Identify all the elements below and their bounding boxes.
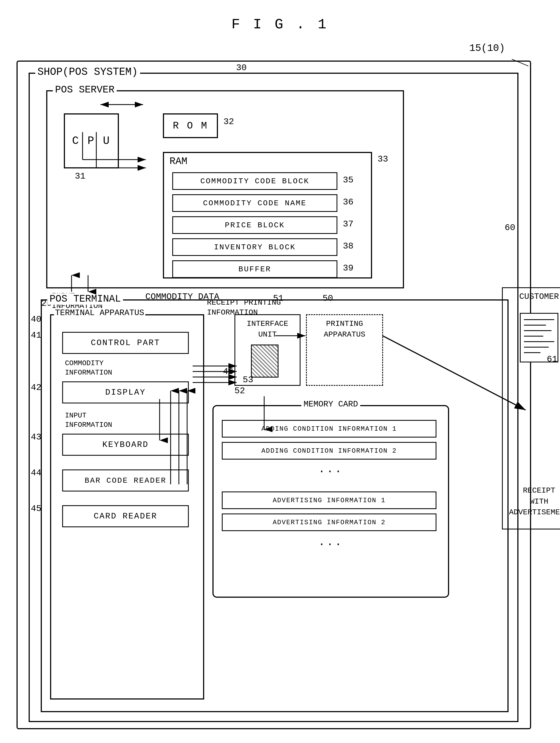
- ref-46: 46: [223, 366, 233, 377]
- rom-box: R O M: [163, 114, 218, 138]
- ref-33: 33: [378, 154, 388, 164]
- ref-32: 32: [223, 117, 234, 127]
- ref-44: 44: [31, 468, 41, 478]
- pos-server-box: POS SERVER C P U 31 R O M 32 RAM COMM: [46, 90, 404, 289]
- ref-42: 42: [31, 383, 41, 393]
- input-info-label-2: INPUT INFORMATION: [65, 411, 112, 430]
- outer-boundary-box: SHOP(POS SYSTEM) 30 POS SERVER C P U 31 …: [16, 60, 531, 729]
- ref-61: 61: [547, 354, 557, 364]
- ref-41: 41: [31, 330, 41, 340]
- pos-terminal-label: POS TERMINAL: [47, 293, 123, 305]
- control-part-box: CONTROL PART: [62, 332, 189, 354]
- keyboard-box: KEYBOARD: [62, 434, 189, 456]
- commodity-info-label: COMMODITY INFORMATION: [65, 359, 112, 378]
- ref-37: 37: [343, 219, 353, 229]
- receipt-with-ad-label: RECEIPT WITH ADVERTISEMENT: [509, 485, 560, 518]
- shop-pos-system-box: SHOP(POS SYSTEM) 30 POS SERVER C P U 31 …: [29, 73, 518, 722]
- price-block-box: PRICE BLOCK: [172, 216, 337, 234]
- ref-38: 38: [343, 241, 353, 251]
- inventory-block-box: INVENTORY BLOCK: [172, 238, 337, 256]
- ref-45: 45: [31, 504, 41, 514]
- buffer-box: BUFFER: [172, 260, 337, 278]
- ref-31: 31: [75, 171, 85, 181]
- ref-40: 40: [31, 314, 41, 324]
- printing-apparatus-box: PRINTING APPARATUS: [306, 314, 383, 386]
- printing-apparatus-label: PRINTING APPARATUS: [324, 318, 365, 340]
- adding-condition-1-box: ADDING CONDITION INFORMATION 1: [222, 420, 436, 438]
- ram-label: RAM: [170, 156, 187, 167]
- ref-39: 39: [343, 263, 353, 273]
- advertising-info-2-box: ADVERTISING INFORMATION 2: [222, 514, 436, 531]
- adding-condition-2-box: ADDING CONDITION INFORMATION 2: [222, 442, 436, 460]
- ref-52: 52: [234, 386, 245, 396]
- display-box: DISPLAY: [62, 381, 189, 403]
- ref-51: 51: [273, 293, 284, 304]
- memory-card-box: MEMORY CARD ADDING CONDITION INFORMATION…: [212, 405, 449, 598]
- commodity-code-name-box: COMMODITY CODE NAME: [172, 194, 337, 212]
- cpu-box: C P U: [64, 114, 119, 168]
- page: F I G . 1 SHOP(POS SYSTEM) 30 POS SERVER…: [0, 0, 560, 743]
- terminal-apparatus-box: TERMINAL APPARATUS CONTROL PART COMMODIT…: [50, 314, 204, 700]
- pos-terminal-box: POS TERMINAL TERMINAL APPARATUS CONTROL …: [41, 299, 509, 712]
- card-reader-box: CARD READER: [62, 505, 189, 527]
- pos-server-label: POS SERVER: [53, 84, 117, 95]
- memory-card-label: MEMORY CARD: [301, 400, 360, 409]
- ref-50: 50: [322, 293, 333, 304]
- terminal-apparatus-label: TERMINAL APPARATUS: [54, 308, 145, 317]
- ref-15-10: 15(10): [469, 43, 505, 54]
- dots-2: ···: [318, 538, 343, 551]
- dots-1: ···: [318, 465, 343, 478]
- ref-36: 36: [343, 197, 353, 207]
- commodity-code-block-box: COMMODITY CODE BLOCK: [172, 172, 337, 190]
- ref-60: 60: [505, 223, 515, 233]
- ref-43: 43: [31, 432, 41, 442]
- barcode-reader-box: BAR CODE READER: [62, 470, 189, 491]
- advertising-info-1-box: ADVERTISING INFORMATION 1: [222, 491, 436, 509]
- figure-title: F I G . 1: [0, 0, 560, 44]
- customer-label: CUSTOMER: [519, 292, 559, 301]
- hatched-rect: [251, 345, 278, 378]
- customer-box: CUSTOMER 61 RECEIPT WITH ADVERTISEMENT: [502, 287, 560, 529]
- cpu-label: C P U: [72, 135, 111, 147]
- ram-box: RAM COMMODITY CODE BLOCK COMMODITY CODE …: [163, 152, 372, 278]
- rom-label: R O M: [173, 120, 208, 132]
- interface-unit-label: INTERFACE UNIT: [247, 318, 288, 340]
- shop-label: SHOP(POS SYSTEM): [35, 66, 140, 78]
- ref-35: 35: [343, 175, 353, 185]
- ref-30: 30: [236, 63, 247, 73]
